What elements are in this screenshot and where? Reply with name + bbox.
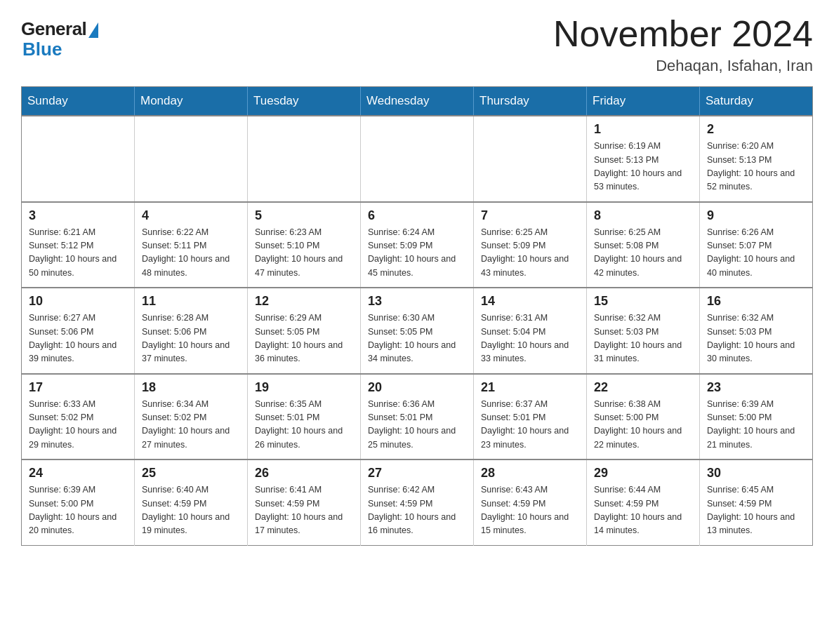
day-number: 20 [368, 380, 466, 395]
day-number: 25 [142, 466, 240, 481]
calendar-cell [248, 116, 361, 202]
calendar-cell: 27Sunrise: 6:42 AMSunset: 4:59 PMDayligh… [361, 459, 474, 545]
calendar-cell: 29Sunrise: 6:44 AMSunset: 4:59 PMDayligh… [587, 459, 700, 545]
day-info: Sunrise: 6:42 AMSunset: 4:59 PMDaylight:… [368, 483, 466, 538]
calendar-cell: 13Sunrise: 6:30 AMSunset: 5:05 PMDayligh… [361, 288, 474, 374]
day-number: 5 [255, 208, 353, 223]
calendar-cell: 12Sunrise: 6:29 AMSunset: 5:05 PMDayligh… [248, 288, 361, 374]
day-info: Sunrise: 6:38 AMSunset: 5:00 PMDaylight:… [594, 398, 692, 452]
title-area: November 2024 Dehaqan, Isfahan, Iran [553, 14, 813, 75]
calendar-week-row: 1Sunrise: 6:19 AMSunset: 5:13 PMDaylight… [22, 116, 813, 202]
day-info: Sunrise: 6:33 AMSunset: 5:02 PMDaylight:… [29, 398, 127, 452]
day-info: Sunrise: 6:26 AMSunset: 5:07 PMDaylight:… [707, 226, 805, 281]
calendar-cell [135, 116, 248, 202]
day-info: Sunrise: 6:32 AMSunset: 5:03 PMDaylight:… [594, 311, 692, 366]
calendar-week-row: 17Sunrise: 6:33 AMSunset: 5:02 PMDayligh… [22, 374, 813, 460]
logo-general-text: General [21, 18, 86, 40]
day-info: Sunrise: 6:32 AMSunset: 5:03 PMDaylight:… [707, 311, 805, 366]
day-number: 7 [481, 208, 579, 223]
calendar-cell: 28Sunrise: 6:43 AMSunset: 4:59 PMDayligh… [474, 459, 587, 545]
weekday-header-tuesday: Tuesday [248, 87, 361, 116]
day-number: 6 [368, 208, 466, 223]
calendar-cell: 20Sunrise: 6:36 AMSunset: 5:01 PMDayligh… [361, 374, 474, 460]
day-number: 27 [368, 466, 466, 481]
day-info: Sunrise: 6:20 AMSunset: 5:13 PMDaylight:… [707, 140, 805, 194]
day-info: Sunrise: 6:43 AMSunset: 4:59 PMDaylight:… [481, 483, 579, 538]
day-info: Sunrise: 6:41 AMSunset: 4:59 PMDaylight:… [255, 483, 353, 538]
day-info: Sunrise: 6:25 AMSunset: 5:09 PMDaylight:… [481, 226, 579, 281]
day-number: 1 [594, 122, 692, 137]
day-info: Sunrise: 6:30 AMSunset: 5:05 PMDaylight:… [368, 311, 466, 366]
day-number: 15 [594, 294, 692, 309]
calendar-week-row: 24Sunrise: 6:39 AMSunset: 5:00 PMDayligh… [22, 459, 813, 545]
logo-blue-text: Blue [21, 39, 62, 60]
day-info: Sunrise: 6:39 AMSunset: 5:00 PMDaylight:… [29, 483, 127, 538]
day-number: 9 [707, 208, 805, 223]
calendar-cell [22, 116, 135, 202]
day-number: 11 [142, 294, 240, 309]
day-info: Sunrise: 6:27 AMSunset: 5:06 PMDaylight:… [29, 311, 127, 366]
day-number: 21 [481, 380, 579, 395]
weekday-header-wednesday: Wednesday [361, 87, 474, 116]
calendar-cell: 19Sunrise: 6:35 AMSunset: 5:01 PMDayligh… [248, 374, 361, 460]
day-number: 17 [29, 380, 127, 395]
day-number: 2 [707, 122, 805, 137]
day-info: Sunrise: 6:21 AMSunset: 5:12 PMDaylight:… [29, 226, 127, 281]
day-info: Sunrise: 6:22 AMSunset: 5:11 PMDaylight:… [142, 226, 240, 281]
day-number: 4 [142, 208, 240, 223]
day-info: Sunrise: 6:29 AMSunset: 5:05 PMDaylight:… [255, 311, 353, 366]
header: General Blue November 2024 Dehaqan, Isfa… [21, 14, 813, 75]
month-year-title: November 2024 [553, 14, 813, 54]
calendar-cell: 7Sunrise: 6:25 AMSunset: 5:09 PMDaylight… [474, 202, 587, 288]
calendar-cell: 11Sunrise: 6:28 AMSunset: 5:06 PMDayligh… [135, 288, 248, 374]
calendar-cell: 14Sunrise: 6:31 AMSunset: 5:04 PMDayligh… [474, 288, 587, 374]
calendar-week-row: 3Sunrise: 6:21 AMSunset: 5:12 PMDaylight… [22, 202, 813, 288]
calendar-cell: 22Sunrise: 6:38 AMSunset: 5:00 PMDayligh… [587, 374, 700, 460]
day-info: Sunrise: 6:23 AMSunset: 5:10 PMDaylight:… [255, 226, 353, 281]
calendar-cell [474, 116, 587, 202]
day-info: Sunrise: 6:28 AMSunset: 5:06 PMDaylight:… [142, 311, 240, 366]
day-number: 3 [29, 208, 127, 223]
weekday-header-thursday: Thursday [474, 87, 587, 116]
day-info: Sunrise: 6:39 AMSunset: 5:00 PMDaylight:… [707, 398, 805, 452]
day-number: 22 [594, 380, 692, 395]
weekday-header-friday: Friday [587, 87, 700, 116]
calendar-cell: 10Sunrise: 6:27 AMSunset: 5:06 PMDayligh… [22, 288, 135, 374]
calendar-cell [361, 116, 474, 202]
calendar-cell: 8Sunrise: 6:25 AMSunset: 5:08 PMDaylight… [587, 202, 700, 288]
day-number: 29 [594, 466, 692, 481]
location-subtitle: Dehaqan, Isfahan, Iran [553, 57, 813, 75]
weekday-header-monday: Monday [135, 87, 248, 116]
calendar-cell: 16Sunrise: 6:32 AMSunset: 5:03 PMDayligh… [700, 288, 813, 374]
day-number: 12 [255, 294, 353, 309]
day-number: 30 [707, 466, 805, 481]
day-info: Sunrise: 6:19 AMSunset: 5:13 PMDaylight:… [594, 140, 692, 194]
day-info: Sunrise: 6:35 AMSunset: 5:01 PMDaylight:… [255, 398, 353, 452]
day-number: 16 [707, 294, 805, 309]
day-number: 13 [368, 294, 466, 309]
calendar-week-row: 10Sunrise: 6:27 AMSunset: 5:06 PMDayligh… [22, 288, 813, 374]
day-info: Sunrise: 6:45 AMSunset: 4:59 PMDaylight:… [707, 483, 805, 538]
calendar-cell: 4Sunrise: 6:22 AMSunset: 5:11 PMDaylight… [135, 202, 248, 288]
day-number: 10 [29, 294, 127, 309]
day-number: 14 [481, 294, 579, 309]
day-info: Sunrise: 6:36 AMSunset: 5:01 PMDaylight:… [368, 398, 466, 452]
day-info: Sunrise: 6:37 AMSunset: 5:01 PMDaylight:… [481, 398, 579, 452]
logo-triangle-icon [88, 22, 98, 38]
day-number: 28 [481, 466, 579, 481]
calendar-cell: 21Sunrise: 6:37 AMSunset: 5:01 PMDayligh… [474, 374, 587, 460]
day-number: 8 [594, 208, 692, 223]
calendar-table: SundayMondayTuesdayWednesdayThursdayFrid… [21, 86, 813, 546]
calendar-cell: 15Sunrise: 6:32 AMSunset: 5:03 PMDayligh… [587, 288, 700, 374]
calendar-cell: 18Sunrise: 6:34 AMSunset: 5:02 PMDayligh… [135, 374, 248, 460]
calendar-cell: 17Sunrise: 6:33 AMSunset: 5:02 PMDayligh… [22, 374, 135, 460]
day-number: 23 [707, 380, 805, 395]
day-number: 26 [255, 466, 353, 481]
day-number: 24 [29, 466, 127, 481]
weekday-header-row: SundayMondayTuesdayWednesdayThursdayFrid… [22, 87, 813, 116]
calendar-cell: 26Sunrise: 6:41 AMSunset: 4:59 PMDayligh… [248, 459, 361, 545]
weekday-header-sunday: Sunday [22, 87, 135, 116]
calendar-cell: 24Sunrise: 6:39 AMSunset: 5:00 PMDayligh… [22, 459, 135, 545]
calendar-cell: 1Sunrise: 6:19 AMSunset: 5:13 PMDaylight… [587, 116, 700, 202]
day-info: Sunrise: 6:31 AMSunset: 5:04 PMDaylight:… [481, 311, 579, 366]
